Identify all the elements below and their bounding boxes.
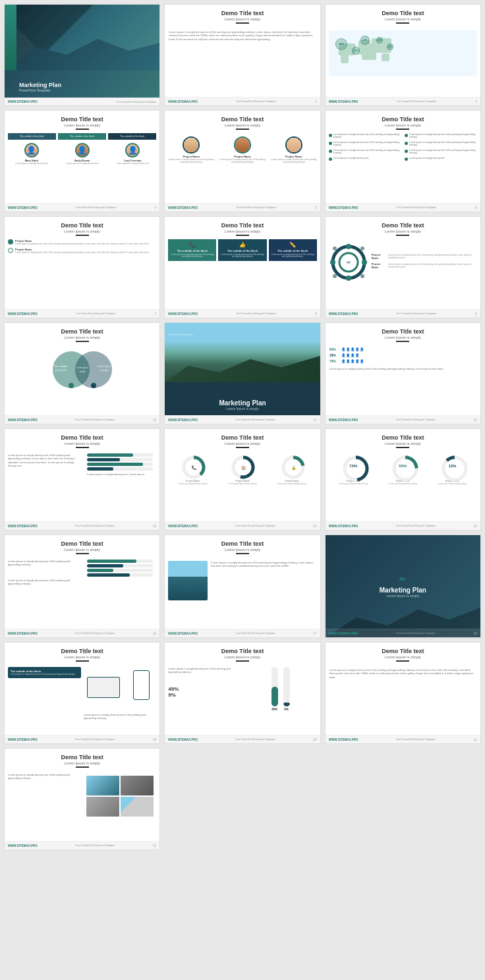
bubble-5: +13% bbox=[387, 43, 393, 50]
s16-bg-3 bbox=[87, 569, 153, 572]
avatar-2-face bbox=[76, 144, 88, 156]
slide-22[interactable]: Demo Title text Lorem Ipsum is simply Lo… bbox=[4, 748, 160, 850]
slides-grid: Marketing Plan PowerPoint Template WWW.S… bbox=[0, 0, 485, 854]
slide-8[interactable]: Demo Title text Lorem Ipsum is simply 📞 … bbox=[164, 216, 320, 318]
slide-4-subtitle: Lorem Ipsum is simply bbox=[5, 123, 159, 130]
slide-5-title: Demo Title text bbox=[165, 116, 320, 123]
slide-1[interactable]: Marketing Plan PowerPoint Template WWW.S… bbox=[4, 4, 160, 106]
phone-icon bbox=[133, 670, 150, 700]
slide-8-features: 📞 The subtitle of the block Lorem ipsum … bbox=[165, 239, 320, 262]
slide-3-page: 3 bbox=[475, 100, 477, 103]
slide-11[interactable]: PowerPoint Template Marketing Plan Lorem… bbox=[164, 322, 320, 424]
bubble-1: +96% bbox=[335, 38, 347, 50]
slide-20-thermos: 49% 9% bbox=[244, 667, 317, 711]
slide-19-right: Lorem ipsum is simply dummy text of the … bbox=[84, 667, 157, 720]
h-bar-bg-3 bbox=[87, 463, 153, 466]
slide-2[interactable]: Demo Title text Lorem Ipsum is simply Lo… bbox=[164, 4, 320, 106]
thermo-bar-2 bbox=[283, 667, 290, 706]
slide-6-bullets: Lorem ipsum is simply dummy text of the … bbox=[326, 133, 480, 163]
slide-7[interactable]: Demo Title text Lorem Ipsum is simply Pr… bbox=[4, 216, 160, 318]
slide-2-body: Lorem ipsum is simply dummy text of the … bbox=[169, 30, 316, 42]
svg-text:Lorem ipsum: Lorem ipsum bbox=[98, 365, 111, 368]
person-icon-7: 👤 bbox=[346, 353, 350, 357]
icon-row-2: 👤 👤 👤 👤 bbox=[341, 353, 359, 357]
member-2-desc: Lorem ipsum is simply dummy text bbox=[59, 162, 106, 165]
donut-chart-1: 📞 bbox=[181, 455, 204, 478]
h-bar-bg-4 bbox=[87, 467, 153, 471]
slide-10-venn: The subtitle of the block Lorem ipsum si… bbox=[5, 345, 159, 398]
thermo-fill-1 bbox=[271, 687, 278, 706]
slide-11-footer: WWW.SITEMAX.PRO Free PowerPoint & Keynot… bbox=[165, 415, 320, 424]
project-1-text: Project Name Lorem ipsum is simply dummy… bbox=[15, 239, 150, 245]
feature-icon-3: ✏️ bbox=[271, 242, 314, 248]
slide-16[interactable]: Demo Title text Lorem Ipsum is simply Lo… bbox=[4, 534, 160, 638]
laptop-icon bbox=[87, 677, 120, 698]
slide-3[interactable]: Demo Title text Lorem Ipsum is simply +9… bbox=[325, 4, 481, 106]
svg-text:of the block: of the block bbox=[55, 369, 67, 372]
bullet-dot bbox=[329, 158, 332, 161]
progress-item-1: 60% 👤 👤 👤 👤 👤 bbox=[329, 347, 476, 351]
slide-9-diagram: ✏ Project Name Lorem ipsum is simply dum… bbox=[326, 239, 480, 285]
bullet-col-1: Lorem ipsum is simply dummy text of the … bbox=[329, 133, 401, 163]
slide-18-bg: ✏ Marketing Plan Lorem Ipsum is simply bbox=[326, 535, 480, 637]
slide-17-title: Demo Title text bbox=[165, 540, 320, 547]
donut-3: 🔒 Project Name Lorem ipsum typesetting i… bbox=[277, 455, 306, 485]
slide-22-footer: WWW.SITEMAX.PRO Free PowerPoint & Keynot… bbox=[5, 841, 159, 850]
slide-13-cols: Lorem ipsum is simply dummy text of the … bbox=[5, 451, 159, 478]
s16-fill-4 bbox=[87, 573, 130, 577]
slide-2-footer: WWW.SITEMAX.PRO Free PowerPoint & Keynot… bbox=[165, 97, 320, 105]
slide-10[interactable]: Demo Title text Lorem Ipsum is simply Th… bbox=[4, 322, 160, 424]
donut-svg-p3 bbox=[441, 455, 469, 482]
slide-17-content: Lorem ipsum is simply dummy text of the … bbox=[165, 558, 320, 604]
svg-text:Lorem ipsum: Lorem ipsum bbox=[76, 366, 88, 369]
slide-18[interactable]: ✏ Marketing Plan Lorem Ipsum is simply W… bbox=[325, 534, 481, 638]
slide-16-bars bbox=[84, 560, 156, 586]
s16-fill-1 bbox=[87, 560, 136, 563]
donut-chart-p2: 50% bbox=[391, 455, 414, 478]
slide-21[interactable]: Demo Title text Lorem Ipsum is simply Lo… bbox=[325, 642, 481, 744]
s5-face-2 bbox=[235, 138, 250, 152]
donut-p-2: 50% Project Name Lorem ipsum typesetting… bbox=[388, 455, 417, 485]
slide-22-content: Lorem ipsum is simply dummy text of the … bbox=[5, 771, 159, 821]
person-icon-2: 👤 bbox=[346, 347, 350, 351]
photo-cell-2 bbox=[121, 776, 154, 795]
slide-19[interactable]: Demo Title text Lorem Ipsum is simply Th… bbox=[4, 642, 160, 744]
slide-4-title: Demo Title text bbox=[5, 116, 159, 123]
svg-text:is simply: is simply bbox=[100, 369, 108, 372]
slide-15[interactable]: Demo Title text Lorem Ipsum is simply 73… bbox=[325, 428, 481, 531]
h-bar-1 bbox=[84, 453, 156, 457]
s16-bg-2 bbox=[87, 564, 153, 567]
slide-12-text: Lorem ipsum is simply dummy text of the … bbox=[326, 367, 480, 371]
slide-19-title: Demo Title text bbox=[5, 648, 159, 654]
bullet-1-3: Lorem ipsum is simply dummy text of the … bbox=[329, 149, 401, 155]
slide-15-footer: WWW.SITEMAX.PRO Free PowerPoint & Keynot… bbox=[326, 521, 480, 530]
slide-9[interactable]: Demo Title text Lorem Ipsum is simply ✏ … bbox=[325, 216, 481, 318]
slide-12-footer: WWW.SITEMAX.PRO Free PowerPoint & Keynot… bbox=[326, 415, 480, 424]
slide-19-footer: WWW.SITEMAX.PRO Free PowerPoint & Keynot… bbox=[5, 735, 159, 743]
slide-14[interactable]: Demo Title text Lorem Ipsum is simply 📞 … bbox=[164, 428, 320, 531]
slide-20-footer: WWW.SITEMAX.PRO Free PowerPoint & Keynot… bbox=[165, 735, 320, 743]
slide-17[interactable]: Demo Title text Lorem Ipsum is simply Lo… bbox=[164, 534, 320, 638]
slide-22-subtitle: Lorem Ipsum is simply bbox=[5, 761, 159, 768]
slide-13-bars: Lorem ipsum is simply dummy text. Lorem … bbox=[84, 453, 156, 476]
slide-20[interactable]: Demo Title text Lorem Ipsum is simply Lo… bbox=[164, 642, 320, 744]
s5-avatar-1 bbox=[183, 136, 200, 154]
svg-text:🔒: 🔒 bbox=[291, 465, 296, 471]
donut-chart-3: 🔒 bbox=[281, 455, 304, 478]
slide-3-footer: WWW.SITEMAX.PRO Free PowerPoint & Keynot… bbox=[326, 97, 480, 105]
slide-12[interactable]: Demo Title text Lorem Ipsum is simply 60… bbox=[325, 322, 481, 424]
s16-bg-1 bbox=[87, 560, 153, 563]
slide-9-footer: WWW.SITEMAX.PRO Free PowerPoint & Keynot… bbox=[326, 309, 480, 318]
slide-6[interactable]: Demo Title text Lorem Ipsum is simply Lo… bbox=[325, 110, 481, 212]
slide-5[interactable]: Demo Title text Lorem Ipsum is simply Pr… bbox=[164, 110, 320, 212]
slide-2-title: Demo Title text bbox=[165, 10, 320, 16]
continent-sa bbox=[341, 50, 349, 63]
bullet-dot bbox=[329, 142, 332, 145]
slide-18-footer: WWW.SITEMAX.PRO Free PowerPoint & Keynot… bbox=[326, 629, 480, 637]
svg-point-20 bbox=[91, 383, 96, 388]
slide-13[interactable]: Demo Title text Lorem Ipsum is simply Lo… bbox=[4, 428, 160, 531]
slide-4[interactable]: Demo Title text Lorem Ipsum is simply Th… bbox=[4, 110, 160, 212]
h-bar-fill-4 bbox=[87, 467, 113, 471]
slide-4-team: Mary Stark Lorem ipsum is simply dummy t… bbox=[5, 143, 159, 165]
donut-chart-p1: 73% bbox=[342, 455, 365, 478]
